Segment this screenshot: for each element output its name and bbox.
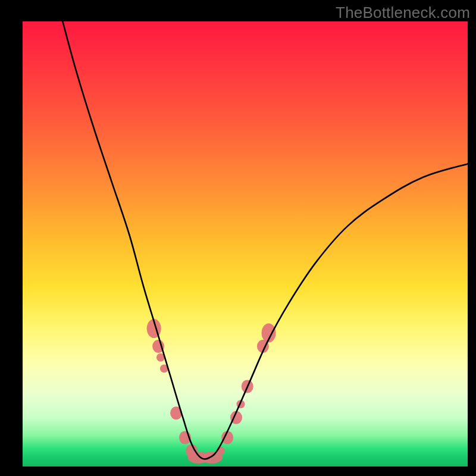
curve-layer: [23, 21, 468, 466]
bottleneck-curve: [62, 21, 468, 459]
plot-area: [23, 21, 468, 466]
cluster-markers: [147, 319, 276, 464]
watermark-text: TheBottleneck.com: [336, 4, 470, 22]
chart-stage: TheBottleneck.com: [0, 0, 476, 476]
